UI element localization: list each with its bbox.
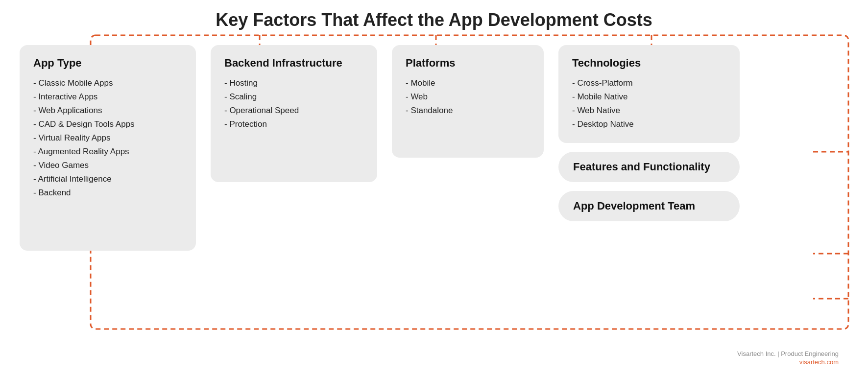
app-type-item-4: - CAD & Design Tools Apps bbox=[33, 118, 182, 131]
card-team: App Development Team bbox=[558, 191, 740, 221]
card-backend: Backend Infrastructure - Hosting - Scali… bbox=[211, 45, 377, 182]
content-area: App Type - Classic Mobile Apps - Interac… bbox=[20, 35, 848, 251]
backend-item-1: - Hosting bbox=[224, 76, 363, 90]
tech-item-3: - Web Native bbox=[572, 104, 726, 118]
footer-company: Visartech Inc. | Product Engineering bbox=[737, 350, 839, 357]
card-app-type-title: App Type bbox=[33, 57, 182, 70]
tech-item-2: - Mobile Native bbox=[572, 90, 726, 104]
page-title: Key Factors That Affect the App Developm… bbox=[216, 10, 652, 30]
card-team-title: App Development Team bbox=[573, 200, 695, 212]
card-technologies: Technologies - Cross-Platform - Mobile N… bbox=[558, 45, 740, 143]
page-container: Key Factors That Affect the App Developm… bbox=[0, 0, 868, 376]
platforms-item-1: - Mobile bbox=[406, 76, 530, 90]
card-app-type: App Type - Classic Mobile Apps - Interac… bbox=[20, 45, 196, 251]
backend-item-2: - Scaling bbox=[224, 90, 363, 104]
card-platforms-title: Platforms bbox=[406, 57, 530, 70]
card-technologies-title: Technologies bbox=[572, 57, 726, 70]
backend-item-4: - Protection bbox=[224, 118, 363, 131]
card-features: Features and Functionality bbox=[558, 152, 740, 182]
card-platforms: Platforms - Mobile - Web - Standalone bbox=[392, 45, 544, 158]
app-type-item-5: - Virtual Reality Apps bbox=[33, 131, 182, 145]
app-type-item-9: - Backend bbox=[33, 186, 182, 200]
app-type-item-1: - Classic Mobile Apps bbox=[33, 76, 182, 90]
app-type-item-7: - Video Games bbox=[33, 159, 182, 172]
card-features-title: Features and Functionality bbox=[573, 161, 710, 173]
app-type-item-8: - Artificial Intelligence bbox=[33, 172, 182, 186]
app-type-item-2: - Interactive Apps bbox=[33, 90, 182, 104]
card-backend-title: Backend Infrastructure bbox=[224, 57, 363, 70]
app-type-item-6: - Augmented Reality Apps bbox=[33, 145, 182, 159]
right-column: Technologies - Cross-Platform - Mobile N… bbox=[558, 45, 740, 221]
footer-link[interactable]: visartech.com bbox=[799, 358, 839, 366]
platforms-item-3: - Standalone bbox=[406, 104, 530, 118]
app-type-item-3: - Web Applications bbox=[33, 104, 182, 118]
tech-item-4: - Desktop Native bbox=[572, 118, 726, 131]
title-area: Key Factors That Affect the App Developm… bbox=[20, 10, 848, 30]
platforms-item-2: - Web bbox=[406, 90, 530, 104]
backend-item-3: - Operational Speed bbox=[224, 104, 363, 118]
footer: Visartech Inc. | Product Engineering vis… bbox=[737, 350, 839, 366]
tech-item-1: - Cross-Platform bbox=[572, 76, 726, 90]
